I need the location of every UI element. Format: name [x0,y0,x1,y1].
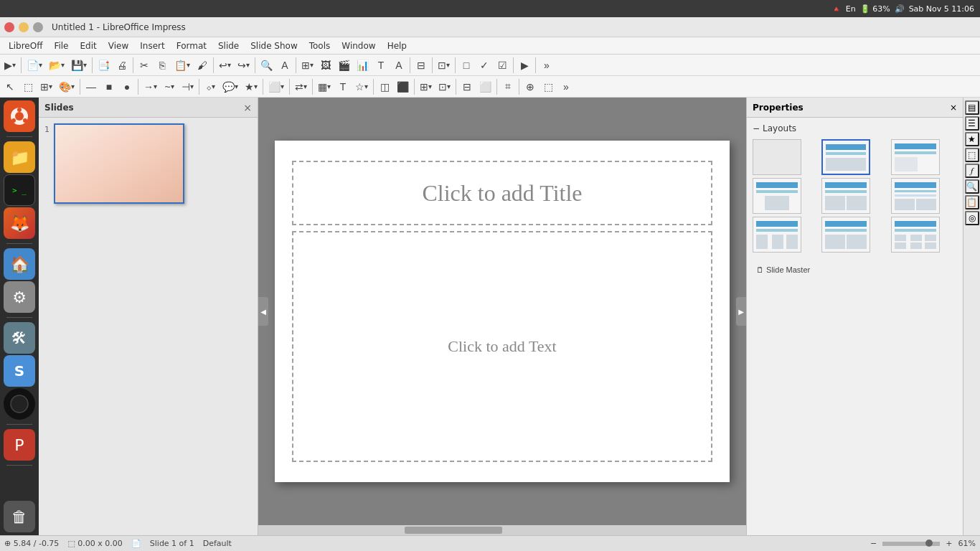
notes-btn[interactable]: 📄 [131,539,141,548]
spellcheck-button[interactable]: ✓ [476,57,493,74]
find-button[interactable]: 🔍 [258,57,275,74]
layout-two-content[interactable] [821,178,870,214]
new-button[interactable]: 📄▾ [24,57,45,74]
select-objects[interactable]: ⬚ [19,78,37,95]
paste-button[interactable]: 📋▾ [171,57,193,74]
print-button[interactable]: 🖨 [113,57,131,74]
fontwork-button[interactable]: A [276,57,293,74]
dock-sapp-icon[interactable]: S [4,355,35,387]
layout-title-2col[interactable] [891,178,940,214]
h-scrollbar[interactable] [258,525,746,535]
slide-preview-1[interactable] [54,123,184,204]
flowchart[interactable]: ⬦▾ [202,78,219,95]
export-pdf-button[interactable]: 📑 [95,57,113,74]
arrange[interactable]: ⊞▾ [417,78,435,95]
snap-toggle[interactable]: ⊕ [522,78,539,95]
transformations[interactable]: ⌗ [499,78,517,95]
copy-button[interactable]: ⎘ [154,57,171,74]
fontwork2-button[interactable]: A [390,57,407,74]
h-scrollbar-track[interactable] [258,527,746,534]
toggle-extrusion[interactable]: ⬜ [476,78,494,95]
zoom-thumb[interactable] [925,540,933,547]
navigator-icon-button[interactable]: ⬚ [965,148,979,162]
dock-firefox-icon[interactable]: 🦊 [4,207,35,239]
table-button[interactable]: ⊞▾ [298,57,316,74]
menu-tools[interactable]: Tools [303,39,336,52]
lines-button[interactable]: ⊟ [413,57,430,74]
image-button[interactable]: 🖼 [317,57,334,74]
menu-file[interactable]: File [48,39,74,52]
display-grid[interactable]: ⊞▾ [37,78,55,95]
align[interactable]: ⊡▾ [435,78,453,95]
group-button[interactable]: ⊟ [458,78,476,95]
properties-icon-button[interactable]: ▤ [965,100,979,115]
resize-handle-left[interactable]: ◀ [258,297,268,326]
menu-insert[interactable]: Insert [134,39,170,52]
close-button[interactable] [4,22,14,32]
chart-button[interactable]: 📊 [354,57,372,74]
stars[interactable]: ★▾ [242,78,260,95]
slide-canvas[interactable]: Click to add Title Click to add Text [275,141,730,482]
annotation-tool[interactable]: ☆▾ [352,78,371,95]
text-tool[interactable]: T [334,78,352,95]
undo-button[interactable]: ↩▾ [216,57,234,74]
slide-thumbnail-1[interactable]: 1 [44,123,252,204]
notes-icon-button[interactable]: 📋 [965,195,979,209]
line-tool[interactable]: — [83,78,100,95]
fill-color[interactable]: 🎨▾ [56,78,77,95]
layout-title-content[interactable] [821,139,870,175]
maximize-button[interactable] [33,22,43,32]
connector-tool[interactable]: ⊣▾ [179,78,197,95]
circle-icon-button[interactable]: ◎ [965,211,979,225]
slides-panel-close[interactable]: × [243,102,252,113]
zoom-slider[interactable] [882,542,940,546]
dock-tools-icon[interactable]: 🛠 [4,322,35,354]
clone-format-button[interactable]: 🖌 [194,57,211,74]
textbox-button[interactable]: T [372,57,390,74]
more-buttons[interactable]: » [538,57,555,74]
zoom-increase[interactable]: + [946,539,952,548]
dock-trash-icon[interactable]: 🗑 [4,501,35,532]
menu-window[interactable]: Window [336,39,381,52]
functions-icon-button[interactable]: 𝑓 [965,164,979,178]
menu-slide[interactable]: Slide [212,39,245,52]
show-draw-fns[interactable]: ⬚ [540,78,557,95]
layout-six-content[interactable] [891,217,940,253]
presentation-mode-button[interactable]: ▶▾ [1,57,19,74]
menu-view[interactable]: View [103,39,134,52]
find-icon-button[interactable]: 🔍 [965,179,979,194]
start-presentation-button[interactable]: ▶ [516,57,533,74]
video-button[interactable]: 🎬 [335,57,353,74]
select-tool[interactable]: ↖ [1,78,19,95]
open-button[interactable]: 📂▾ [46,57,67,74]
shadow[interactable]: ◫ [376,78,393,95]
menu-slideshow[interactable]: Slide Show [245,39,303,52]
cut-button[interactable]: ✂ [136,57,153,74]
slide-title-placeholder[interactable]: Click to add Title [292,161,712,225]
menu-libreoff[interactable]: LibreOff [3,39,48,52]
menu-help[interactable]: Help [382,39,413,52]
redo-button[interactable]: ↪▾ [235,57,253,74]
h-scrollbar-thumb[interactable] [405,527,502,534]
double-arrow[interactable]: ⇄▾ [292,78,310,95]
resize-handle-right[interactable]: ▶ [736,297,746,326]
crop[interactable]: ⬛ [394,78,412,95]
gallery-icon-button[interactable]: ★ [965,132,979,146]
zoom-decrease[interactable]: − [870,539,877,548]
dock-terminal-icon[interactable]: > _ [4,174,35,206]
more-draw-buttons[interactable]: » [557,78,575,95]
slide-layout-button[interactable]: □ [458,57,475,74]
curve-tool[interactable]: ~▾ [161,78,178,95]
save-button[interactable]: 💾▾ [68,57,90,74]
properties-close[interactable]: × [950,103,957,113]
dock-ubuntu-icon[interactable] [4,100,35,132]
menu-edit[interactable]: Edit [75,39,103,52]
layout-three-col[interactable] [753,217,801,253]
circle-tool[interactable]: ● [118,78,136,95]
layouts-title[interactable]: − Layouts [753,123,957,133]
dock-settings-icon[interactable]: ⚙ [4,281,35,313]
accessibility-button[interactable]: ☑ [494,57,511,74]
layout-centered[interactable] [753,178,801,214]
layout-title-only[interactable] [891,139,940,175]
more-shapes[interactable]: ⬜▾ [265,78,287,95]
